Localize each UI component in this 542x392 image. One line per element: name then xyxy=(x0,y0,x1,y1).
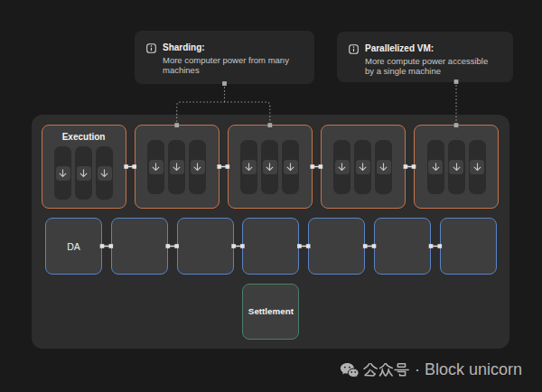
pill xyxy=(448,140,465,194)
pill xyxy=(240,140,257,194)
pill xyxy=(375,140,392,194)
pill-group xyxy=(147,140,206,194)
pill xyxy=(75,146,92,200)
pill xyxy=(168,140,185,194)
wechat-icon xyxy=(340,362,360,378)
tooltip-sharding-title: Sharding: xyxy=(163,42,294,53)
da-box-2 xyxy=(111,218,168,275)
pill xyxy=(189,140,206,194)
pill xyxy=(96,146,113,200)
da-box-3 xyxy=(177,218,234,275)
down-arrow-icon xyxy=(431,162,441,172)
tooltip-sharding: Sharding: More computer power from many … xyxy=(135,31,314,84)
execution-box-4 xyxy=(321,125,406,209)
da-box-7 xyxy=(440,218,497,275)
settlement-label: Settlement xyxy=(248,306,294,316)
down-arrow-icon xyxy=(244,162,254,172)
down-arrow-chip xyxy=(428,160,443,174)
diagram-container: Execution xyxy=(32,115,509,349)
down-arrow-chip xyxy=(263,160,277,174)
pill xyxy=(261,140,278,194)
down-arrow-chip xyxy=(149,160,164,174)
down-arrow-icon xyxy=(79,168,89,178)
info-icon xyxy=(146,43,156,53)
down-arrow-icon xyxy=(58,168,68,178)
pill-group xyxy=(54,146,113,200)
pill-group xyxy=(333,140,392,194)
down-arrow-icon xyxy=(151,162,161,172)
cn-label-gongzhonghao xyxy=(363,363,409,377)
down-arrow-chip xyxy=(77,166,91,181)
down-arrow-chip xyxy=(242,160,257,174)
watermark-separator: · xyxy=(415,360,420,378)
down-arrow-chip xyxy=(191,160,205,174)
pill-group xyxy=(240,140,299,194)
pill xyxy=(427,140,444,194)
down-arrow-icon xyxy=(337,162,347,172)
pill xyxy=(147,140,164,194)
settlement-box: Settlement xyxy=(242,284,299,340)
da-box-1: DA xyxy=(45,218,102,275)
execution-label: Execution xyxy=(62,131,106,143)
down-arrow-chip xyxy=(356,160,370,174)
da-label: DA xyxy=(67,241,80,252)
down-arrow-icon xyxy=(378,162,388,172)
tooltip-parallelized-vm-body: More compute power accessible by a singl… xyxy=(365,56,492,77)
down-arrow-chip xyxy=(470,160,484,174)
down-arrow-icon xyxy=(99,168,109,178)
pill xyxy=(282,140,299,194)
watermark: · Block unicorn xyxy=(339,359,533,379)
tooltip-parallelized-vm: Parallelized VM: More compute power acce… xyxy=(337,32,513,82)
da-box-6 xyxy=(374,218,431,275)
down-arrow-icon xyxy=(285,162,295,172)
pill xyxy=(54,146,71,200)
down-arrow-chip xyxy=(335,160,350,174)
down-arrow-chip xyxy=(56,166,70,181)
da-box-5 xyxy=(308,218,365,275)
down-arrow-icon xyxy=(472,162,482,172)
down-arrow-icon xyxy=(192,162,202,172)
watermark-brand: Block unicorn xyxy=(425,360,522,378)
execution-box-3 xyxy=(228,125,313,209)
info-icon xyxy=(349,44,359,54)
pill-group xyxy=(427,140,486,194)
watermark-text: · Block unicorn xyxy=(415,359,522,379)
pill xyxy=(354,140,371,194)
execution-box-2 xyxy=(135,125,220,209)
tooltip-sharding-body: More computer power from many machines xyxy=(163,55,294,76)
down-arrow-chip xyxy=(98,166,112,181)
pill xyxy=(469,140,486,194)
execution-box-1: Execution xyxy=(42,125,126,209)
down-arrow-icon xyxy=(358,162,368,172)
down-arrow-icon xyxy=(172,162,182,172)
execution-box-5 xyxy=(414,125,499,209)
tooltip-parallelized-vm-title: Parallelized VM: xyxy=(365,42,492,54)
down-arrow-icon xyxy=(265,162,275,172)
down-arrow-chip xyxy=(284,160,298,174)
down-arrow-chip xyxy=(170,160,184,174)
down-arrow-chip xyxy=(377,160,391,174)
pill xyxy=(333,140,350,194)
diagram-canvas: Sharding: More computer power from many … xyxy=(0,0,542,392)
down-arrow-chip xyxy=(449,160,463,174)
down-arrow-icon xyxy=(452,162,462,172)
da-box-4 xyxy=(242,218,299,275)
